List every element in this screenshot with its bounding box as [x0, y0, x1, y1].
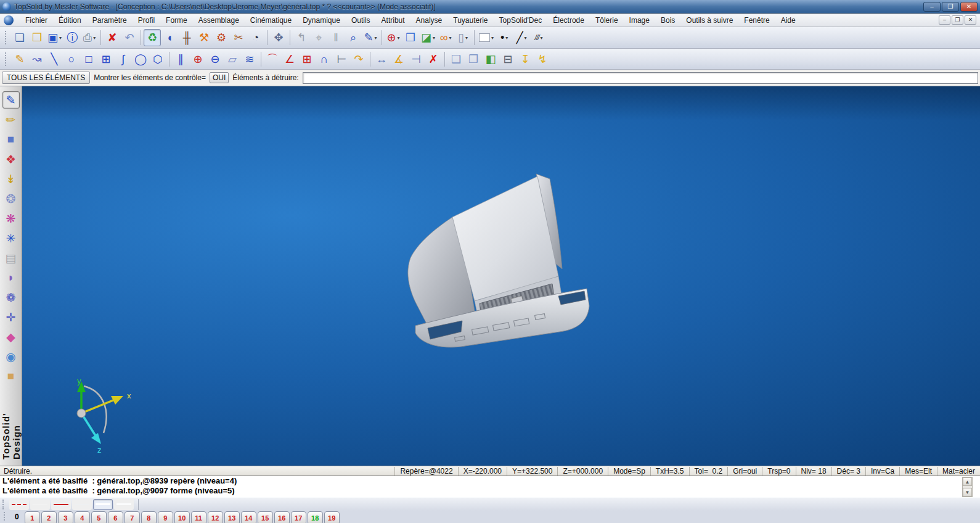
minimize-button[interactable]: – — [923, 2, 941, 12]
linestyle-white-thick-button[interactable] — [93, 499, 113, 510]
level-3-button[interactable]: 3 — [58, 511, 73, 523]
truck-hood-model[interactable] — [381, 170, 590, 355]
line-type-button[interactable]: ╱▾ — [513, 29, 530, 46]
dropdown-arrow-icon[interactable]: ▾ — [465, 35, 468, 41]
trim-curve-button[interactable]: ∩ — [316, 51, 333, 68]
hatch-style-button[interactable]: ///▾ — [530, 29, 547, 46]
spline-button[interactable]: ∫ — [115, 51, 132, 68]
menu-tuyauterie[interactable]: Tuyauterie — [447, 14, 493, 27]
menu-image[interactable]: Image — [624, 14, 655, 27]
level-14-button[interactable]: 14 — [241, 511, 256, 523]
view-glasses-button[interactable]: ∞▾ — [437, 29, 454, 46]
wood-material-button[interactable]: ■ — [2, 368, 20, 385]
level-15-button[interactable]: 15 — [258, 511, 273, 523]
limit-extend-button[interactable]: ⊢ — [333, 51, 350, 68]
level-12-button[interactable]: 12 — [208, 511, 223, 523]
render-sphere-button[interactable]: ◉ — [2, 348, 20, 365]
shape-surface-button[interactable]: ❖ — [2, 150, 20, 168]
sketch-contour-button[interactable]: ✎ — [11, 51, 28, 68]
menu-fen-tre[interactable]: Fenêtre — [738, 14, 775, 27]
swirl-surface-button[interactable]: ❁ — [2, 289, 20, 306]
new-document-button[interactable]: ❏ — [11, 29, 28, 46]
measure-angle-button[interactable]: ∡ — [390, 51, 407, 68]
menu-outils[interactable]: Outils — [346, 14, 376, 27]
corner-chamfer-button[interactable]: ∠ — [281, 51, 298, 68]
drill-operation-button[interactable]: ↡ — [2, 170, 20, 187]
zoom-fit-button[interactable]: ❐ — [402, 29, 419, 46]
level-11-button[interactable]: 11 — [191, 511, 206, 523]
destroy-elements-button[interactable]: ♻ — [144, 29, 161, 46]
show-control-toggle[interactable]: OUI — [210, 72, 229, 83]
toolbar-grip[interactable] — [5, 31, 7, 44]
toolbar-grip[interactable] — [2, 500, 5, 509]
scroll-up-icon[interactable]: ▲ — [963, 477, 972, 486]
destroy-elements-input[interactable] — [303, 72, 978, 84]
toolbar-grip[interactable] — [4, 512, 6, 521]
dropdown-arrow-icon[interactable]: ▾ — [505, 35, 508, 41]
dynamic-target-button[interactable]: ⌖ — [310, 29, 327, 46]
linestyle-thin-light-button[interactable] — [30, 499, 50, 510]
mdi-restore-button[interactable]: ❐ — [952, 15, 963, 25]
mdi-minimize-button[interactable]: – — [939, 15, 950, 25]
slot-oblong-button[interactable]: ⊖ — [206, 51, 224, 68]
level-6-button[interactable]: 6 — [108, 511, 123, 523]
level-2-button[interactable]: 2 — [41, 511, 57, 523]
dropdown-arrow-icon[interactable]: ▾ — [433, 35, 435, 41]
level-18-button[interactable]: 18 — [308, 511, 323, 523]
menu-topsolid-dec[interactable]: TopSolid'Dec — [494, 14, 548, 27]
material-column-button[interactable]: ▯▾ — [454, 29, 472, 46]
close-button[interactable]: ✕ — [960, 2, 978, 12]
dropdown-arrow-icon[interactable]: ▾ — [398, 35, 400, 41]
axis-orientation-button[interactable]: ✥ — [270, 29, 287, 46]
menu-assemblage[interactable]: Assemblage — [193, 14, 245, 27]
rectangle-button[interactable]: □ — [80, 51, 97, 68]
level-7-button[interactable]: 7 — [125, 511, 140, 523]
viewport-3d[interactable]: y x z — [22, 86, 980, 466]
level-1-button[interactable]: 1 — [25, 511, 40, 523]
dropdown-arrow-icon[interactable]: ▾ — [449, 35, 451, 41]
sketch-mode-button[interactable]: ✎ — [2, 91, 20, 109]
linestyle-white-button[interactable] — [114, 499, 134, 510]
document-info-button[interactable]: ⓘ — [63, 29, 81, 46]
dynamic-rotate-button[interactable]: ↰ — [293, 29, 310, 46]
level-8-button[interactable]: 8 — [141, 511, 157, 523]
menu-cin-matique[interactable]: Cinématique — [245, 14, 297, 27]
level-13-button[interactable]: 13 — [224, 511, 240, 523]
menu-analyse[interactable]: Analyse — [410, 14, 448, 27]
curved-surface-button[interactable]: ◗ — [2, 269, 20, 286]
line-segment-button[interactable]: ╲ — [46, 51, 63, 68]
plane-definition-button[interactable]: ✛ — [2, 308, 20, 326]
polyline-button[interactable]: ↝ — [28, 51, 46, 68]
ellipse-button[interactable]: ◯ — [132, 51, 149, 68]
dropdown-arrow-icon[interactable]: ▾ — [524, 35, 526, 41]
orient-curve-button[interactable]: ↷ — [350, 51, 367, 68]
menu-bois[interactable]: Bois — [655, 14, 680, 27]
menu-dynamique[interactable]: Dynamique — [297, 14, 346, 27]
menu-outils-suivre[interactable]: Outils à suivre — [680, 14, 738, 27]
level-4-button[interactable]: 4 — [75, 511, 90, 523]
undo-button[interactable]: ↶ — [121, 29, 138, 46]
annotate-pen-button[interactable]: ✎▾ — [362, 29, 379, 46]
menu--lectrode[interactable]: Électrode — [547, 14, 590, 27]
zoom-in-button[interactable]: ⊕▾ — [385, 29, 402, 46]
level-10-button[interactable]: 10 — [174, 511, 190, 523]
view-clip-button[interactable]: ⊟ — [499, 51, 517, 68]
save-document-button[interactable]: ▣▾ — [46, 29, 63, 46]
circle-center-button[interactable]: ○ — [63, 51, 80, 68]
dynamic-star-button[interactable]: ✳ — [2, 229, 20, 247]
polygon-button[interactable]: ⬡ — [149, 51, 166, 68]
menu-profil[interactable]: Profil — [133, 14, 160, 27]
bend-tool-button[interactable]: ⚙ — [213, 29, 230, 46]
level-9-button[interactable]: 9 — [158, 511, 173, 523]
level-16-button[interactable]: 16 — [274, 511, 290, 523]
solid-primitive-button[interactable]: ■ — [2, 131, 20, 148]
restore-button[interactable]: ❐ — [942, 2, 959, 12]
measure-distance-button[interactable]: ↔ — [373, 51, 390, 68]
dropdown-arrow-icon[interactable]: ▾ — [59, 35, 62, 41]
magnifier-loop-button[interactable]: ⌕ — [345, 29, 362, 46]
log-scrollbar[interactable]: ▲ ▼ — [962, 477, 973, 497]
folded-surface-button[interactable]: ◆ — [2, 328, 20, 345]
print-button[interactable]: ⎙▾ — [81, 29, 98, 46]
corner-fillet-button[interactable]: ⌒ — [264, 51, 281, 68]
boolean-merge-button[interactable]: ⊞ — [298, 51, 316, 68]
